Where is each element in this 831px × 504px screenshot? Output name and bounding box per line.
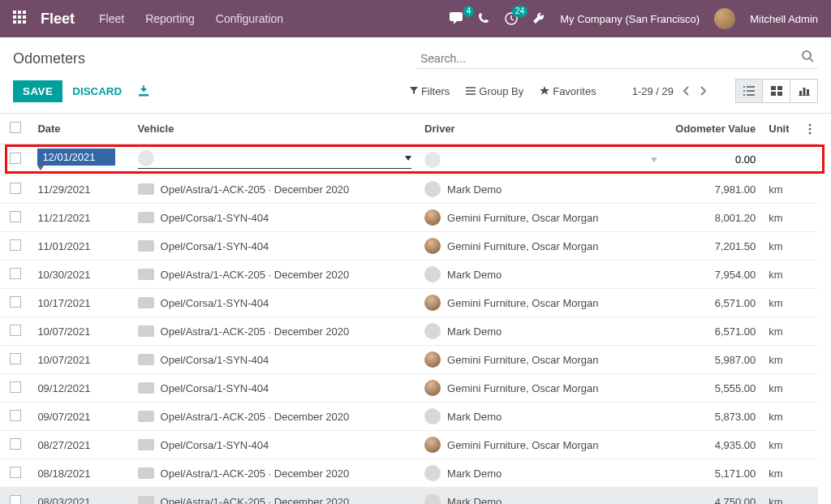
cell-odometer[interactable]: 7,201.50 bbox=[664, 232, 762, 261]
cell-date[interactable]: 09/12/2021 bbox=[31, 374, 131, 403]
cell-odometer[interactable]: 7,981.00 bbox=[664, 175, 762, 204]
row-checkbox[interactable] bbox=[10, 268, 21, 279]
cell-driver[interactable]: Gemini Furniture, Oscar Morgan bbox=[418, 232, 664, 261]
cell-odometer[interactable]: 5,171.00 bbox=[664, 459, 762, 488]
user-avatar[interactable] bbox=[714, 8, 735, 29]
search-input[interactable] bbox=[417, 49, 818, 69]
table-row[interactable]: 11/29/2021 Opel/Astra/1-ACK-205 · Decemb… bbox=[0, 175, 818, 204]
row-checkbox[interactable] bbox=[10, 495, 21, 505]
cell-odometer[interactable]: 4,750.00 bbox=[664, 488, 762, 505]
row-checkbox[interactable] bbox=[10, 467, 21, 478]
cell-driver[interactable]: Mark Demo bbox=[418, 175, 664, 204]
vehicle-dropdown-icon[interactable] bbox=[405, 156, 411, 161]
pager-next[interactable] bbox=[700, 86, 706, 96]
driver-dropdown-icon[interactable] bbox=[651, 157, 657, 162]
cell-vehicle[interactable]: Opel/Corsa/1-SYN-404 bbox=[131, 346, 419, 374]
table-row[interactable]: 10/17/2021 Opel/Corsa/1-SYN-404 Gemini F… bbox=[0, 289, 818, 317]
cell-vehicle[interactable]: Opel/Astra/1-ACK-205 · December 2020 bbox=[131, 261, 419, 289]
debug-icon[interactable] bbox=[532, 12, 545, 25]
cell-date[interactable]: 10/17/2021 bbox=[31, 289, 131, 317]
cell-driver[interactable]: Gemini Furniture, Oscar Morgan bbox=[418, 204, 664, 232]
groupby-button[interactable]: Group By bbox=[466, 85, 523, 97]
cell-odometer[interactable]: 8,001.20 bbox=[664, 204, 762, 232]
col-odometer[interactable]: Odometer Value bbox=[664, 114, 762, 144]
cell-driver[interactable]: Mark Demo bbox=[418, 317, 664, 346]
cell-date[interactable]: 10/07/2021 bbox=[31, 346, 131, 374]
table-row[interactable]: 08/03/2021 Opel/Astra/1-ACK-205 · Decemb… bbox=[0, 488, 818, 505]
row-checkbox[interactable] bbox=[10, 438, 21, 450]
view-kanban[interactable] bbox=[763, 79, 790, 103]
date-dropdown-icon[interactable] bbox=[37, 166, 124, 170]
cell-driver[interactable]: Gemini Furniture, Oscar Morgan bbox=[418, 374, 664, 403]
cell-date[interactable]: 11/01/2021 bbox=[31, 232, 131, 261]
phone-icon[interactable] bbox=[479, 13, 490, 24]
cell-driver[interactable]: Mark Demo bbox=[418, 403, 664, 431]
nav-fleet[interactable]: Fleet bbox=[99, 12, 124, 25]
activities-icon[interactable]: 24 bbox=[505, 12, 518, 25]
row-checkbox[interactable] bbox=[10, 381, 21, 393]
table-row[interactable]: 09/07/2021 Opel/Astra/1-ACK-205 · Decemb… bbox=[0, 403, 818, 431]
cell-odometer[interactable]: 5,987.00 bbox=[664, 346, 762, 374]
cell-date[interactable]: 08/03/2021 bbox=[31, 488, 131, 505]
apps-icon[interactable] bbox=[13, 11, 29, 27]
cell-vehicle[interactable]: Opel/Corsa/1-SYN-404 bbox=[131, 204, 419, 232]
col-driver[interactable]: Driver bbox=[418, 114, 664, 144]
col-unit[interactable]: Unit bbox=[762, 114, 801, 144]
table-row[interactable]: 08/18/2021 Opel/Astra/1-ACK-205 · Decemb… bbox=[0, 459, 818, 488]
table-row[interactable]: 11/21/2021 Opel/Corsa/1-SYN-404 Gemini F… bbox=[0, 204, 818, 232]
col-date[interactable]: Date bbox=[31, 114, 131, 144]
discard-button[interactable]: DISCARD bbox=[62, 80, 131, 102]
cell-driver[interactable]: Gemini Furniture, Oscar Morgan bbox=[418, 431, 664, 459]
save-button[interactable]: SAVE bbox=[13, 80, 62, 102]
nav-configuration[interactable]: Configuration bbox=[216, 12, 283, 25]
row-checkbox[interactable] bbox=[10, 239, 21, 251]
table-row[interactable]: 11/01/2021 Opel/Corsa/1-SYN-404 Gemini F… bbox=[0, 232, 818, 261]
select-all-checkbox[interactable] bbox=[10, 122, 21, 133]
cell-odometer[interactable]: 6,571.00 bbox=[664, 317, 762, 346]
table-wrap[interactable]: Date Vehicle Driver Odometer Value Unit bbox=[0, 113, 831, 504]
cell-odometer[interactable]: 5,873.00 bbox=[664, 403, 762, 431]
row-checkbox[interactable] bbox=[10, 183, 21, 194]
cell-vehicle[interactable]: Opel/Astra/1-ACK-205 · December 2020 bbox=[131, 175, 419, 204]
cell-odometer[interactable]: 7,954.00 bbox=[664, 261, 762, 289]
cell-date[interactable]: 08/27/2021 bbox=[31, 431, 131, 459]
date-input[interactable] bbox=[37, 149, 115, 166]
cell-driver[interactable]: Mark Demo bbox=[418, 459, 664, 488]
cell-odometer[interactable]: 4,935.00 bbox=[664, 431, 762, 459]
filters-button[interactable]: Filters bbox=[410, 85, 450, 97]
cell-date[interactable]: 10/30/2021 bbox=[31, 261, 131, 289]
cell-driver[interactable]: Mark Demo bbox=[418, 488, 664, 505]
row-checkbox[interactable] bbox=[10, 325, 21, 336]
row-checkbox[interactable] bbox=[10, 211, 21, 222]
pager-prev[interactable] bbox=[683, 86, 690, 96]
table-row[interactable]: 10/30/2021 Opel/Astra/1-ACK-205 · Decemb… bbox=[0, 261, 818, 289]
cell-vehicle[interactable]: Opel/Corsa/1-SYN-404 bbox=[131, 232, 419, 261]
cell-vehicle[interactable]: Opel/Astra/1-ACK-205 · December 2020 bbox=[131, 488, 419, 505]
cell-date[interactable]: 09/07/2021 bbox=[31, 403, 131, 431]
favorites-button[interactable]: Favorites bbox=[540, 85, 596, 97]
cell-date[interactable]: 08/18/2021 bbox=[31, 459, 131, 488]
brand[interactable]: Fleet bbox=[41, 11, 75, 28]
row-checkbox[interactable] bbox=[10, 410, 21, 421]
cell-date[interactable]: 11/29/2021 bbox=[31, 175, 131, 204]
search-icon[interactable] bbox=[802, 50, 815, 63]
row-checkbox[interactable] bbox=[10, 296, 21, 308]
view-list[interactable] bbox=[735, 79, 763, 103]
cell-vehicle[interactable]: Opel/Corsa/1-SYN-404 bbox=[131, 289, 419, 317]
table-row[interactable]: 08/27/2021 Opel/Corsa/1-SYN-404 Gemini F… bbox=[0, 431, 818, 459]
cell-vehicle[interactable]: Opel/Astra/1-ACK-205 · December 2020 bbox=[131, 403, 419, 431]
cell-date[interactable]: 11/21/2021 bbox=[31, 204, 131, 232]
cell-driver[interactable]: Mark Demo bbox=[418, 261, 664, 289]
table-row[interactable]: 10/07/2021 Opel/Corsa/1-SYN-404 Gemini F… bbox=[0, 346, 818, 374]
cell-odometer[interactable]: 5,555.00 bbox=[664, 374, 762, 403]
cell-vehicle[interactable]: Opel/Corsa/1-SYN-404 bbox=[131, 431, 419, 459]
cell-date[interactable]: 10/07/2021 bbox=[31, 317, 131, 346]
row-checkbox[interactable] bbox=[10, 153, 21, 164]
table-row[interactable]: 09/12/2021 Opel/Corsa/1-SYN-404 Gemini F… bbox=[0, 374, 818, 403]
nav-reporting[interactable]: Reporting bbox=[145, 12, 195, 25]
cell-driver[interactable]: Gemini Furniture, Oscar Morgan bbox=[418, 346, 664, 374]
cell-vehicle[interactable]: Opel/Astra/1-ACK-205 · December 2020 bbox=[131, 317, 419, 346]
export-icon[interactable] bbox=[138, 85, 149, 97]
company-selector[interactable]: My Company (San Francisco) bbox=[560, 13, 700, 25]
cell-vehicle[interactable]: Opel/Astra/1-ACK-205 · December 2020 bbox=[131, 459, 419, 488]
